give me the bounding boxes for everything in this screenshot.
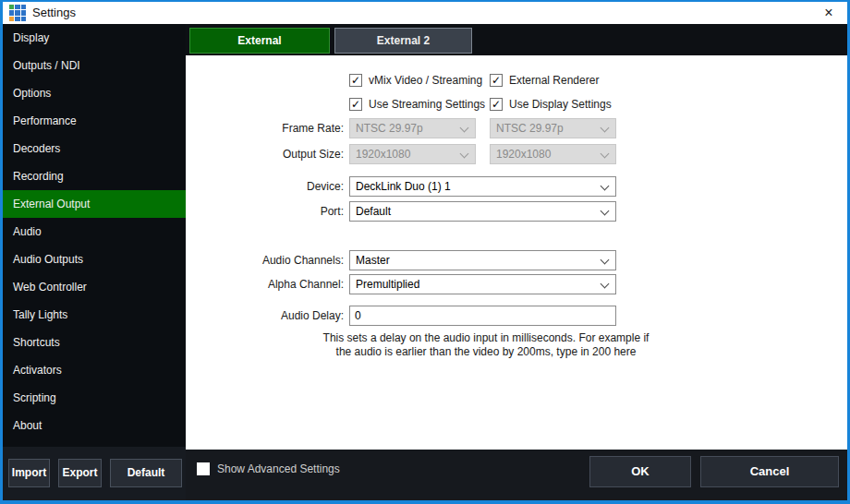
settings-sidebar: Display Outputs / NDI Options Performanc…: [3, 24, 186, 447]
close-icon[interactable]: ×: [819, 4, 839, 22]
use-streaming-settings-label: Use Streaming Settings: [369, 98, 485, 111]
show-advanced-settings-label: Show Advanced Settings: [217, 462, 340, 475]
alpha-channel-select[interactable]: Premultiplied: [349, 274, 616, 294]
sidebar-footer: Import Export Default: [3, 447, 186, 500]
use-display-settings-checkbox[interactable]: ✓: [490, 98, 503, 111]
sidebar-item-outputs-ndi[interactable]: Outputs / NDI: [3, 52, 186, 79]
sidebar-item-audio[interactable]: Audio: [3, 218, 186, 246]
title-bar: Settings ×: [3, 2, 847, 24]
frame-rate-select-2[interactable]: NTSC 29.97p: [490, 118, 616, 138]
device-select[interactable]: DeckLink Duo (1) 1: [349, 176, 616, 197]
chevron-down-icon: [601, 280, 610, 289]
vmix-video-streaming-checkbox[interactable]: ✓: [349, 74, 362, 87]
settings-window: Settings × Display Outputs / NDI Options…: [0, 0, 850, 504]
audio-delay-label: Audio Delay:: [186, 306, 344, 326]
output-size-label: Output Size:: [186, 144, 344, 164]
frame-rate-select-1[interactable]: NTSC 29.97p: [349, 118, 476, 138]
tab-external-2[interactable]: External 2: [334, 28, 472, 54]
sidebar-item-about[interactable]: About: [3, 412, 186, 439]
frame-rate-value-2: NTSC 29.97p: [496, 122, 564, 135]
sidebar-item-display[interactable]: Display: [3, 24, 186, 52]
audio-channels-select[interactable]: Master: [349, 250, 616, 270]
output-size-select-2[interactable]: 1920x1080: [490, 144, 616, 164]
device-value: DeckLink Duo (1) 1: [356, 180, 451, 193]
sidebar-item-tally-lights[interactable]: Tally Lights: [3, 301, 186, 329]
sidebar-item-performance[interactable]: Performance: [3, 107, 186, 135]
show-advanced-settings-checkbox[interactable]: [197, 462, 210, 475]
use-streaming-settings-checkbox[interactable]: ✓: [349, 98, 362, 111]
vmix-video-streaming-label: vMix Video / Streaming: [369, 74, 482, 87]
checkmark-icon: ✓: [492, 74, 501, 87]
sidebar-item-scripting[interactable]: Scripting: [3, 384, 186, 412]
sidebar-item-options[interactable]: Options: [3, 79, 186, 107]
output-size-select-1[interactable]: 1920x1080: [349, 144, 476, 164]
alpha-channel-value: Premultiplied: [356, 278, 419, 291]
frame-rate-label: Frame Rate:: [186, 118, 344, 138]
chevron-down-icon: [601, 207, 610, 216]
import-button[interactable]: Import: [8, 459, 50, 487]
default-button[interactable]: Default: [110, 459, 182, 487]
alpha-channel-label: Alpha Channel:: [186, 274, 344, 294]
chevron-down-icon: [601, 124, 610, 133]
chevron-down-icon: [460, 124, 469, 133]
audio-channels-value: Master: [356, 254, 390, 267]
chevron-down-icon: [460, 150, 469, 159]
audio-channels-label: Audio Channels:: [186, 250, 344, 270]
checkmark-icon: ✓: [351, 74, 360, 87]
audio-delay-input[interactable]: [349, 306, 616, 326]
vmix-logo-icon: [9, 5, 26, 21]
help-line-1: This sets a delay on the audio input in …: [301, 331, 671, 345]
sidebar-item-audio-outputs[interactable]: Audio Outputs: [3, 246, 186, 273]
tab-strip: External External 2: [186, 24, 847, 55]
cancel-button[interactable]: Cancel: [700, 456, 839, 487]
bottom-bar: Show Advanced Settings OK Cancel: [186, 450, 847, 500]
tab-external[interactable]: External: [189, 28, 330, 54]
checkmark-icon: ✓: [351, 98, 360, 111]
output-size-value-2: 1920x1080: [496, 148, 551, 161]
sidebar-item-web-controller[interactable]: Web Controller: [3, 273, 186, 301]
external-output-panel: ✓ vMix Video / Streaming ✓ External Rend…: [186, 55, 847, 450]
chevron-down-icon: [601, 150, 610, 159]
window-title: Settings: [32, 6, 76, 19]
output-size-value-1: 1920x1080: [356, 148, 410, 161]
sidebar-item-decoders[interactable]: Decoders: [3, 135, 186, 162]
chevron-down-icon: [601, 182, 610, 191]
use-display-settings-label: Use Display Settings: [509, 98, 612, 111]
sidebar-item-external-output[interactable]: External Output: [3, 190, 186, 218]
port-select[interactable]: Default: [349, 201, 616, 222]
sidebar-item-activators[interactable]: Activators: [3, 356, 186, 384]
external-renderer-label: External Renderer: [509, 74, 599, 87]
export-button[interactable]: Export: [58, 459, 102, 487]
ok-button[interactable]: OK: [589, 456, 691, 487]
sidebar-item-shortcuts[interactable]: Shortcuts: [3, 329, 186, 356]
device-label: Device:: [186, 176, 344, 197]
sidebar-item-recording[interactable]: Recording: [3, 162, 186, 190]
external-renderer-checkbox[interactable]: ✓: [490, 74, 503, 87]
audio-delay-help-text: This sets a delay on the audio input in …: [301, 331, 671, 359]
port-label: Port:: [186, 201, 344, 222]
port-value: Default: [356, 205, 391, 218]
help-line-2: the audio is earlier than the video by 2…: [301, 345, 671, 359]
chevron-down-icon: [601, 256, 610, 265]
frame-rate-value-1: NTSC 29.97p: [356, 122, 423, 135]
checkmark-icon: ✓: [492, 98, 501, 111]
